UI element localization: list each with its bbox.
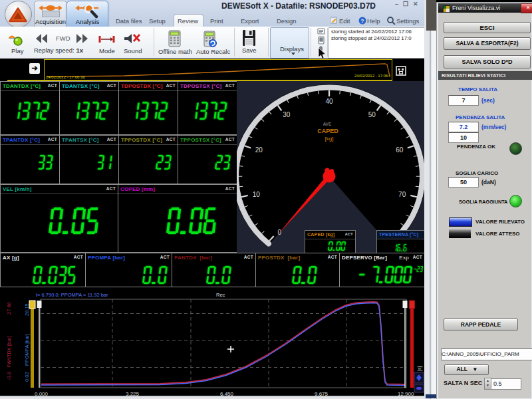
- svg-text:28.15: 28.15: [24, 303, 30, 316]
- svg-text:24/02/2012 - 17:06:30: 24/02/2012 - 17:06:30: [46, 75, 85, 79]
- svg-text:20: 20: [255, 146, 263, 154]
- svg-text:70: 70: [398, 191, 406, 198]
- svg-text:PPOMPA [bar]: PPOMPA [bar]: [24, 334, 30, 366]
- svg-text:0.000: 0.000: [35, 391, 49, 396]
- svg-text:AVE: AVE: [323, 122, 332, 126]
- svg-text:CAPED: CAPED: [317, 128, 338, 134]
- svg-text:10: 10: [253, 191, 261, 198]
- svg-text:27.66: 27.66: [6, 302, 12, 315]
- svg-text:6.450: 6.450: [220, 391, 234, 396]
- svg-text:3.225: 3.225: [126, 391, 140, 396]
- svg-text:0.02: 0.02: [24, 372, 30, 382]
- svg-text:30: 30: [283, 111, 291, 118]
- svg-text:[kg]: [kg]: [325, 136, 334, 142]
- svg-text:?: ?: [361, 18, 364, 24]
- svg-text:12.900: 12.900: [398, 391, 414, 396]
- svg-text:9.675: 9.675: [315, 391, 329, 396]
- svg-text:40: 40: [325, 98, 333, 105]
- svg-text:-0.8: -0.8: [6, 372, 12, 380]
- svg-text:50: 50: [368, 111, 376, 118]
- svg-text:24/02/2012 - 17:06:4: 24/02/2012 - 17:06:4: [354, 74, 390, 78]
- svg-text:60: 60: [396, 146, 404, 154]
- svg-text:[s]: [s]: [417, 366, 422, 371]
- svg-text:PANTDX [bar]: PANTDX [bar]: [6, 336, 12, 367]
